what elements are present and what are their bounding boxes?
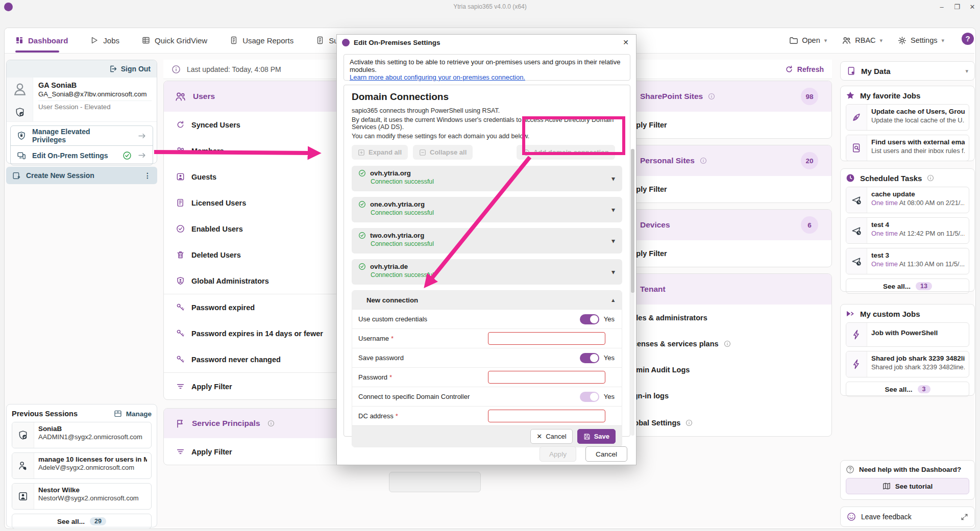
session-text: manage 10 licenses for users in M... Ade… xyxy=(34,453,151,478)
use-custom-credentials-toggle[interactable] xyxy=(580,314,599,324)
chevron-down-icon[interactable]: ▾ xyxy=(965,68,968,74)
item-label: Licensed Users xyxy=(191,199,246,207)
expand-icon[interactable] xyxy=(961,513,968,521)
dashboard-item-deleted-users[interactable]: Deleted Users xyxy=(164,242,363,268)
chevron-down-icon[interactable]: ▾ xyxy=(611,237,615,245)
task-clock-icon xyxy=(846,187,867,213)
dc-address-field[interactable] xyxy=(488,410,605,422)
expand-all-button[interactable]: Expand all xyxy=(352,145,408,160)
restore-icon[interactable]: ❐ xyxy=(952,3,962,12)
custom-job-item[interactable]: Job with PowerShell xyxy=(846,322,969,347)
edit-onpremises-settings-dialog: Edit On-Premises Settings ✕ Activate thi… xyxy=(336,34,636,465)
users-panel-header[interactable]: Users xyxy=(164,81,363,112)
tab-usage-reports[interactable]: Usage Reports xyxy=(230,28,293,53)
gridview-icon xyxy=(142,36,150,44)
connection-domain: ovh.ytria.org xyxy=(370,169,411,177)
job-title: Job with PowerShell xyxy=(871,329,965,337)
check-circle-icon xyxy=(122,151,132,160)
previous-session-item[interactable]: manage 10 licenses for users in M... Ade… xyxy=(12,452,152,479)
sharepoint-count-badge: 98 xyxy=(801,88,818,105)
tab-quick-gridview[interactable]: Quick GridView xyxy=(142,28,207,53)
favorite-job-item[interactable]: Find users with external email ... List … xyxy=(846,135,969,161)
sign-out-button[interactable]: Sign Out xyxy=(121,65,151,73)
session-user-info: GA SoniaB GA_SoniaB@x7lbv.onmicrosoft.co… xyxy=(7,78,157,122)
connection-row[interactable]: two.ovh.ytria.org Connection successful … xyxy=(352,228,622,254)
open-button[interactable]: Open▾ xyxy=(789,28,827,53)
dialog-scrollbar-thumb[interactable] xyxy=(631,149,634,293)
plus-circle-icon xyxy=(523,149,530,156)
save-password-toggle[interactable] xyxy=(580,353,599,363)
leave-feedback-panel[interactable]: Leave feedback xyxy=(840,507,975,527)
dashboard-item-guests[interactable]: Guests xyxy=(164,164,363,190)
connect-dc-toggle[interactable] xyxy=(580,392,599,402)
connection-row[interactable]: ovh.ytria.de Connection successful ▾ xyxy=(352,259,622,285)
dialog-close-icon[interactable]: ✕ xyxy=(621,37,631,47)
item-label: Licenses & services plans xyxy=(626,340,719,348)
see-all-sessions-button[interactable]: See all... 29 xyxy=(12,514,152,529)
chevron-down-icon[interactable]: ▾ xyxy=(611,206,615,214)
password-label: Password xyxy=(358,373,387,381)
help-button[interactable]: ? xyxy=(962,33,974,45)
custom-jobs-panel: My custom Jobs Job with PowerShell Share… xyxy=(840,304,975,396)
new-connection-header[interactable]: New connection ▴ xyxy=(352,291,622,309)
see-all-custom-jobs-button[interactable]: See all... 3 xyxy=(846,382,969,397)
manage-elevated-privileges-button[interactable]: Manage Elevated Privileges xyxy=(11,126,153,145)
task-schedule: One time At 11:30 AM on 11/5/... xyxy=(871,260,965,268)
dashboard-item-password-expires-soon[interactable]: Password expires in 14 days or fewer xyxy=(164,320,363,346)
dashboard-item-global-administrators[interactable]: Global Administrators xyxy=(164,268,363,294)
settings-button[interactable]: Settings▾ xyxy=(898,28,944,53)
close-icon[interactable]: ✕ xyxy=(968,3,977,12)
nc-cancel-button[interactable]: ✕ Cancel xyxy=(530,429,572,444)
partially-hidden-button[interactable] xyxy=(389,472,481,492)
dashboard-item-members[interactable]: Members xyxy=(164,138,363,164)
see-all-tasks-button[interactable]: See all... 13 xyxy=(846,279,969,294)
task-text: test 4 One time At 12:42 PM on 11/5/... xyxy=(867,218,969,243)
arrow-right-icon xyxy=(138,151,146,160)
custom-job-item[interactable]: Shared job shark 3239 3482lin... Shared … xyxy=(846,351,969,377)
learn-more-link[interactable]: Learn more about configuring your on-pre… xyxy=(350,73,525,81)
tab-jobs[interactable]: Jobs xyxy=(90,28,119,53)
add-domain-connection-button[interactable]: Add domain connection xyxy=(517,145,615,160)
minimize-icon[interactable]: – xyxy=(937,3,946,12)
chevron-down-icon[interactable]: ▾ xyxy=(611,174,615,183)
users-apply-filter-button[interactable]: Apply Filter xyxy=(164,373,363,400)
see-tutorial-label: See tutorial xyxy=(895,483,933,490)
dashboard-item-enabled-users[interactable]: Enabled Users xyxy=(164,216,363,242)
kebab-menu-icon[interactable]: ⋮ xyxy=(144,171,151,180)
edit-onprem-settings-button[interactable]: Edit On-Prem Settings xyxy=(11,145,153,165)
sp-apply-filter-button[interactable]: Apply Filter xyxy=(164,438,363,465)
refresh-button[interactable]: Refresh xyxy=(785,65,824,73)
password-field[interactable] xyxy=(488,371,605,384)
chevron-down-icon[interactable]: ▾ xyxy=(611,268,615,276)
nc-save-button[interactable]: Save xyxy=(577,429,616,444)
previous-session-item[interactable]: SoniaB AADMIN1@sygx2.onmicrosoft.com xyxy=(12,422,152,448)
manage-sessions-button[interactable]: Manage xyxy=(126,410,152,418)
my-data-panel[interactable]: My Data ▾ xyxy=(840,61,975,81)
required-mark: * xyxy=(389,373,392,381)
previous-session-item[interactable]: Nestor Wilke NestorW@sygx2.onmicrosoft.c… xyxy=(12,483,152,510)
create-new-session-button[interactable]: Create New Session ⋮ xyxy=(6,167,157,184)
see-tutorial-button[interactable]: See tutorial xyxy=(846,478,969,494)
username-field[interactable] xyxy=(488,332,605,345)
scheduled-task-item[interactable]: cache update One time At 08:00 AM on 2/2… xyxy=(846,187,969,213)
dashboard-item-synced-users[interactable]: Synced Users xyxy=(164,112,363,138)
expand-all-label: Expand all xyxy=(369,148,402,156)
dialog-cancel-button[interactable]: Cancel xyxy=(585,446,627,462)
scheduled-task-item[interactable]: test 3 One time At 11:30 AM on 11/5/... xyxy=(846,248,969,274)
connection-row[interactable]: ovh.ytria.org Connection successful ▾ xyxy=(352,166,622,191)
service-principals-header[interactable]: Service Principals xyxy=(164,409,363,438)
scheduled-task-item[interactable]: test 4 One time At 12:42 PM on 11/5/... xyxy=(846,217,969,244)
chevron-up-icon[interactable]: ▴ xyxy=(611,297,615,304)
dashboard-item-licensed-users[interactable]: Licensed Users xyxy=(164,190,363,216)
dialog-apply-button[interactable]: Apply xyxy=(540,446,576,462)
connection-row[interactable]: one.ovh.ytria.org Connection successful … xyxy=(352,197,622,222)
favorite-job-item[interactable]: Update cache of Users, Groups... Update … xyxy=(846,104,969,131)
dashboard-item-password-never-changed[interactable]: Password never changed xyxy=(164,346,363,372)
dc-address-row: DC address* xyxy=(352,406,622,425)
rbac-button[interactable]: RBAC▾ xyxy=(842,28,883,53)
dashboard-item-password-expired[interactable]: Password expired xyxy=(164,294,363,320)
tab-dashboard[interactable]: Dashboard xyxy=(15,28,68,53)
save-floppy-icon xyxy=(583,433,591,440)
intro-text: Activate this setting to be able to retr… xyxy=(350,58,624,73)
collapse-all-button[interactable]: Collapse all xyxy=(413,145,473,160)
